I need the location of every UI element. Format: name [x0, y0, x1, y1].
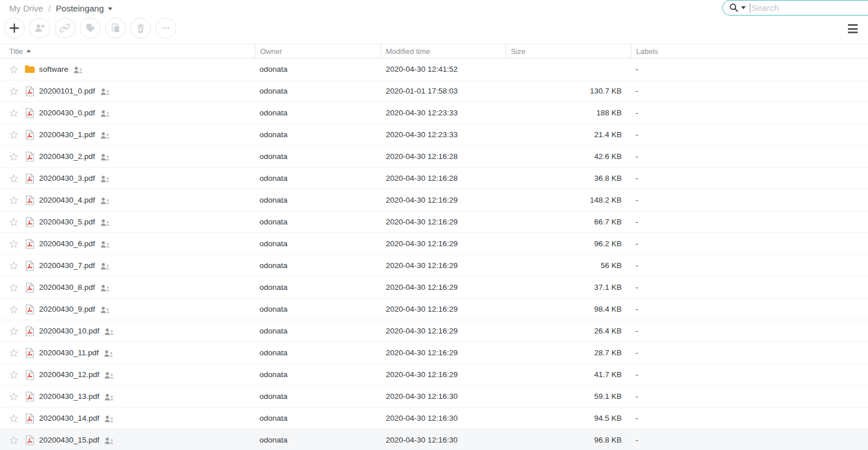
owner-cell: odonata	[255, 392, 381, 401]
table-row[interactable]: 20200430_7.pdf odonata 2020-04-30 12:16:…	[0, 255, 868, 277]
favorite-star-icon[interactable]	[9, 65, 18, 74]
table-row[interactable]: 20200430_5.pdf odonata 2020-04-30 12:16:…	[0, 211, 868, 233]
delete-button[interactable]	[130, 18, 151, 38]
modified-time-cell: 2020-04-30 12:23:33	[381, 108, 506, 117]
file-name[interactable]: 20200430_1.pdf	[39, 130, 95, 139]
file-name[interactable]: 20200430_14.pdf	[39, 414, 99, 422]
title-cell: 20200430_10.pdf	[0, 326, 255, 336]
favorite-star-icon[interactable]	[9, 261, 18, 270]
pdf-file-icon	[25, 435, 34, 445]
more-actions-button[interactable]	[156, 18, 176, 38]
column-header-owner[interactable]: Owner	[255, 44, 381, 58]
favorite-star-icon[interactable]	[9, 218, 18, 227]
table-row[interactable]: 20200430_1.pdf odonata 2020-04-30 12:23:…	[0, 124, 868, 146]
title-cell: 20200430_3.pdf	[0, 173, 255, 184]
column-header-modified-time[interactable]: Modified time	[381, 44, 506, 58]
modified-time-cell: 2020-04-30 12:16:29	[381, 239, 506, 248]
labels-cell: -	[631, 152, 868, 161]
owner-cell: odonata	[255, 174, 381, 183]
table-row[interactable]: 20200430_4.pdf odonata 2020-04-30 12:16:…	[0, 189, 868, 211]
favorite-star-icon[interactable]	[9, 348, 18, 358]
pdf-file-icon	[25, 217, 34, 227]
share-user-button[interactable]	[29, 18, 50, 38]
file-name[interactable]: 20200430_13.pdf	[39, 392, 99, 401]
label-button[interactable]	[80, 18, 100, 38]
favorite-star-icon[interactable]	[9, 414, 18, 423]
favorite-star-icon[interactable]	[9, 436, 18, 445]
table-row[interactable]: 20200101_0.pdf odonata 2020-01-01 17:58:…	[0, 80, 868, 102]
owner-cell: odonata	[255, 261, 381, 270]
favorite-star-icon[interactable]	[9, 283, 18, 292]
size-cell: 94.5 KB	[506, 414, 631, 422]
title-cell: 20200430_9.pdf	[0, 304, 255, 315]
favorite-star-icon[interactable]	[9, 305, 18, 314]
favorite-star-icon[interactable]	[9, 152, 18, 161]
file-name[interactable]: 20200430_9.pdf	[39, 305, 95, 313]
search-bar	[722, 0, 868, 15]
modified-time-cell: 2020-04-30 12:16:28	[381, 174, 506, 183]
favorite-star-icon[interactable]	[9, 130, 18, 139]
new-item-button[interactable]	[4, 18, 25, 38]
favorite-star-icon[interactable]	[9, 174, 18, 183]
file-name[interactable]: 20200430_7.pdf	[39, 261, 95, 270]
column-header-title[interactable]: Title	[0, 44, 255, 58]
size-cell: 26.4 KB	[506, 327, 631, 335]
table-row[interactable]: 20200430_9.pdf odonata 2020-04-30 12:16:…	[0, 298, 868, 320]
shared-users-icon	[100, 154, 110, 161]
labels-cell: -	[631, 327, 868, 335]
column-header-labels[interactable]: Labels	[631, 44, 868, 58]
file-name[interactable]: 20200430_2.pdf	[39, 152, 95, 161]
favorite-star-icon[interactable]	[9, 239, 18, 249]
pdf-file-icon	[25, 326, 34, 336]
table-row[interactable]: 20200430_10.pdf odonata 2020-04-30 12:16…	[0, 320, 868, 342]
table-row[interactable]: 20200430_13.pdf odonata 2020-04-30 12:16…	[0, 386, 868, 408]
breadcrumb-current-folder[interactable]: Posteingang	[56, 3, 112, 13]
table-row[interactable]: 20200430_0.pdf odonata 2020-04-30 12:23:…	[0, 102, 868, 124]
owner-cell: odonata	[255, 283, 381, 292]
file-name[interactable]: software	[39, 65, 68, 73]
size-cell: 21.4 KB	[506, 130, 631, 139]
favorite-star-icon[interactable]	[9, 108, 18, 118]
breadcrumb-my-drive[interactable]: My Drive	[9, 3, 43, 13]
size-cell: 36.8 KB	[506, 174, 631, 183]
column-header-size[interactable]: Size	[506, 44, 631, 58]
table-row[interactable]: 20200430_12.pdf odonata 2020-04-30 12:16…	[0, 364, 868, 386]
search-input[interactable]	[751, 2, 868, 14]
table-row[interactable]: software odonata 2020-04-30 12:41:52 -	[0, 59, 868, 80]
favorite-star-icon[interactable]	[9, 196, 18, 205]
hamburger-menu-icon[interactable]	[848, 24, 858, 33]
favorite-star-icon[interactable]	[9, 87, 18, 96]
favorite-star-icon[interactable]	[9, 392, 18, 401]
labels-cell: -	[631, 261, 868, 270]
favorite-star-icon[interactable]	[9, 327, 18, 336]
file-name[interactable]: 20200101_0.pdf	[39, 87, 95, 95]
table-row[interactable]: 20200430_6.pdf odonata 2020-04-30 12:16:…	[0, 233, 868, 255]
title-cell: 20200430_0.pdf	[0, 108, 255, 118]
file-name[interactable]: 20200430_5.pdf	[39, 218, 95, 226]
favorite-star-icon[interactable]	[9, 370, 18, 379]
title-cell: 20200430_11.pdf	[0, 348, 255, 358]
share-link-button[interactable]	[55, 18, 75, 38]
table-row[interactable]: 20200430_3.pdf odonata 2020-04-30 12:16:…	[0, 168, 868, 189]
file-name[interactable]: 20200430_0.pdf	[39, 108, 95, 117]
table-row[interactable]: 20200430_15.pdf odonata 2020-04-30 12:16…	[0, 429, 868, 450]
table-row[interactable]: 20200430_14.pdf odonata 2020-04-30 12:16…	[0, 408, 868, 429]
table-row[interactable]: 20200430_11.pdf odonata 2020-04-30 12:16…	[0, 342, 868, 364]
copy-button[interactable]	[105, 18, 126, 38]
file-name[interactable]: 20200430_11.pdf	[39, 348, 99, 357]
file-name[interactable]: 20200430_12.pdf	[39, 370, 99, 379]
labels-cell: -	[631, 436, 868, 444]
file-name[interactable]: 20200430_6.pdf	[39, 239, 95, 248]
file-name[interactable]: 20200430_10.pdf	[39, 327, 99, 335]
shared-users-icon	[100, 110, 110, 117]
file-name[interactable]: 20200430_3.pdf	[39, 174, 95, 183]
search-scope-button[interactable]	[729, 3, 746, 13]
file-name[interactable]: 20200430_4.pdf	[39, 196, 95, 204]
shared-users-icon	[104, 372, 114, 379]
owner-cell: odonata	[255, 370, 381, 379]
file-name[interactable]: 20200430_15.pdf	[39, 436, 99, 444]
file-name[interactable]: 20200430_8.pdf	[39, 283, 95, 292]
modified-time-cell: 2020-04-30 12:16:29	[381, 305, 506, 313]
table-row[interactable]: 20200430_8.pdf odonata 2020-04-30 12:16:…	[0, 277, 868, 298]
table-row[interactable]: 20200430_2.pdf odonata 2020-04-30 12:16:…	[0, 146, 868, 168]
